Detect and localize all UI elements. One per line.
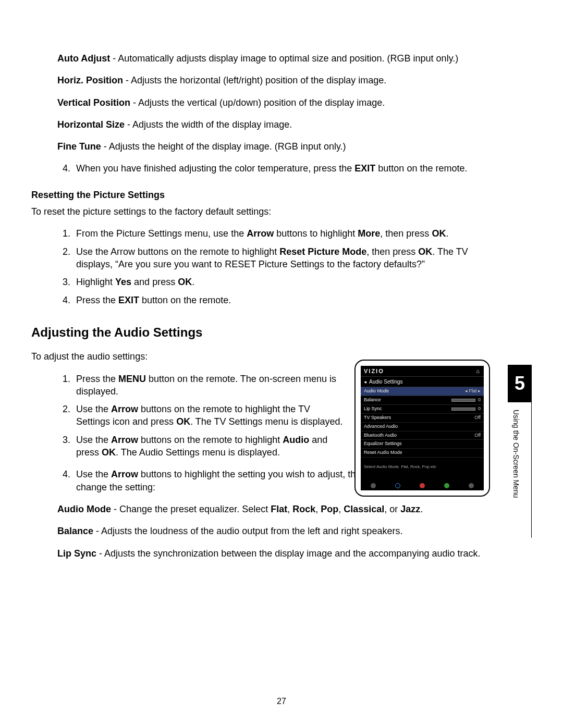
chapter-tab: 5 Using the On-Screen Menu bbox=[508, 365, 532, 538]
tv-menu-footer bbox=[361, 480, 484, 490]
brand-logo: VIZIO bbox=[364, 368, 384, 374]
dot-icon bbox=[395, 483, 400, 488]
definition: Horizontal Size - Adjusts the width of t… bbox=[57, 118, 500, 131]
tv-menu-row: Audio Mode ◂ Flat ▸ bbox=[361, 387, 484, 396]
definition: Vertical Position - Adjusts the vertical… bbox=[57, 96, 500, 109]
slider-bar bbox=[451, 399, 475, 402]
reset-heading: Resetting the Picture Settings bbox=[31, 189, 500, 201]
step: From the Picture Settings menu, use the … bbox=[73, 227, 500, 240]
definition: Auto Adjust - Automatically adjusts disp… bbox=[57, 52, 500, 65]
dot-icon bbox=[444, 483, 449, 488]
home-icon: ⌂ bbox=[476, 368, 481, 374]
back-arrow-icon: ◂ bbox=[364, 379, 366, 385]
step-exit: When you have finished adjusting the col… bbox=[73, 162, 500, 175]
tv-menu-row: Reset Audio Mode bbox=[361, 449, 484, 458]
tv-menu-row: Bluetooth Audio Off bbox=[361, 431, 484, 440]
tv-menu-row: Equalizer Settings bbox=[361, 440, 484, 449]
step: Use the Arrow buttons on the remote to h… bbox=[73, 434, 344, 459]
step: Use the Arrow buttons on the remote to h… bbox=[73, 403, 344, 428]
tv-menu: VIZIO ⌂ ◂ Audio Settings Audio Mode ◂ Fl… bbox=[361, 366, 484, 490]
reset-intro: To reset the picture settings to the fac… bbox=[31, 205, 500, 218]
tv-menu-title: ◂ Audio Settings bbox=[361, 377, 484, 387]
dot-icon bbox=[371, 483, 376, 488]
audio-heading: Adjusting the Audio Settings bbox=[31, 324, 500, 341]
step: Use the Arrow buttons on the remote to h… bbox=[73, 245, 500, 271]
step: Press the MENU button on the remote. The… bbox=[73, 373, 344, 398]
close-icon bbox=[420, 483, 425, 488]
definition: Horiz. Position - Adjusts the horizontal… bbox=[57, 74, 500, 87]
tv-menu-row: TV Speakers Off bbox=[361, 414, 484, 423]
chapter-label: Using the On-Screen Menu bbox=[508, 402, 532, 538]
chapter-number: 5 bbox=[508, 365, 532, 402]
definition: Lip Sync - Adjusts the synchronization b… bbox=[57, 547, 500, 560]
tv-menu-hint: Select Audio Mode. Flat, Rock, Pop etc bbox=[361, 458, 484, 480]
steps-continued: When you have finished adjusting the col… bbox=[73, 162, 500, 175]
tv-menu-row: Advanced Audio bbox=[361, 423, 484, 431]
definition: Fine Tune - Adjusts the height of the di… bbox=[57, 140, 500, 153]
dot-icon bbox=[469, 483, 474, 488]
step: Press the EXIT button on the remote. bbox=[73, 294, 500, 306]
definition: Balance - Adjusts the loudness of the au… bbox=[57, 525, 500, 537]
reset-steps: From the Picture Settings menu, use the … bbox=[73, 227, 500, 306]
audio-steps: Press the MENU button on the remote. The… bbox=[73, 373, 344, 459]
page-number: 27 bbox=[0, 696, 563, 707]
definition: Audio Mode - Change the preset equalizer… bbox=[57, 503, 500, 515]
slider-bar bbox=[451, 408, 475, 411]
tv-menu-row: Lip Sync 0 bbox=[361, 405, 484, 414]
tv-menu-header: VIZIO ⌂ bbox=[361, 366, 484, 377]
tv-menu-row: Balance 0 bbox=[361, 396, 484, 405]
audio-settings-screenshot: VIZIO ⌂ ◂ Audio Settings Audio Mode ◂ Fl… bbox=[354, 360, 490, 497]
manual-page: Auto Adjust - Automatically adjusts disp… bbox=[0, 0, 563, 728]
step: Highlight Yes and press OK. bbox=[73, 276, 500, 288]
